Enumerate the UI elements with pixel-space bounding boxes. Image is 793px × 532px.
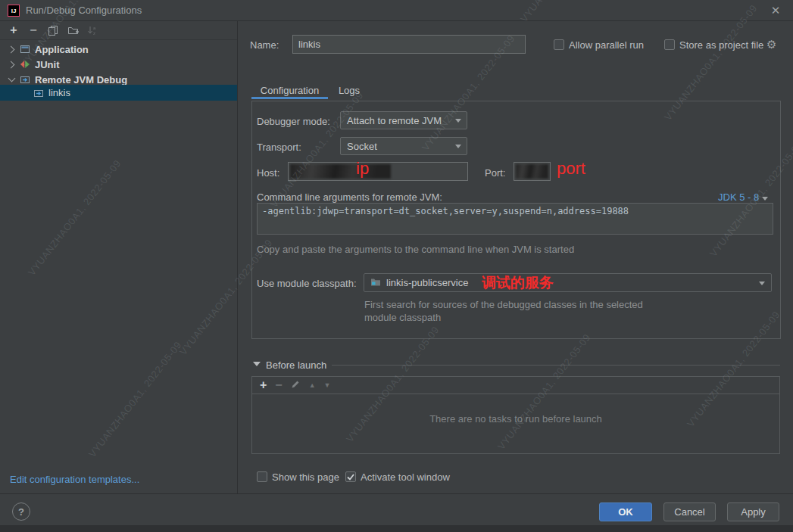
gear-icon[interactable]: ⚙ xyxy=(766,38,776,51)
before-launch-title[interactable]: Before launch xyxy=(266,359,326,371)
watermark-text: VYUANZHAO0A1, 2022-05-09 xyxy=(26,157,123,278)
remove-task-icon[interactable]: − xyxy=(275,378,282,392)
transport-label: Transport: xyxy=(257,142,301,153)
sidebar-item-application[interactable]: Application xyxy=(0,42,237,57)
classpath-hint-line2: module classpath xyxy=(364,312,441,323)
new-folder-icon[interactable] xyxy=(67,24,79,36)
dropdown-arrow-icon xyxy=(759,282,765,285)
activate-tool-window-label: Activate tool window xyxy=(361,471,450,483)
port-input[interactable] xyxy=(514,162,551,181)
dropdown-arrow-icon xyxy=(455,119,461,123)
show-this-page-checkbox[interactable]: Show this page xyxy=(257,471,339,483)
window-bottom-edge xyxy=(0,525,793,532)
port-label: Port: xyxy=(485,167,505,179)
application-icon xyxy=(20,44,30,54)
redacted-host-value xyxy=(290,164,391,179)
chevron-right-icon[interactable] xyxy=(8,61,15,68)
checkbox-checked-icon[interactable] xyxy=(345,471,356,482)
chevron-right-icon[interactable] xyxy=(8,45,15,53)
transport-value: Socket xyxy=(347,141,377,152)
chevron-down-icon[interactable] xyxy=(8,76,15,83)
sidebar-item-linkis-selected[interactable]: linkis xyxy=(0,85,237,101)
module-icon xyxy=(370,277,381,289)
module-classpath-label: Use module classpath: xyxy=(257,278,357,289)
remote-debug-icon xyxy=(20,74,30,85)
before-launch-toolbar: + − ▲ ▼ xyxy=(251,376,780,394)
section-rule xyxy=(332,365,780,366)
ok-button[interactable]: OK xyxy=(599,502,652,521)
active-tab-underline xyxy=(251,97,328,99)
debugger-mode-value: Attach to remote JVM xyxy=(347,115,442,126)
tab-logs[interactable]: Logs xyxy=(328,82,370,98)
sort-configurations-icon[interactable]: az xyxy=(86,24,98,36)
apply-button[interactable]: Apply xyxy=(727,502,779,521)
dialog-title: Run/Debug Configurations xyxy=(26,5,142,16)
tree-item-label: linkis xyxy=(48,87,70,98)
classpath-hint-line1: First search for sources of the debugged… xyxy=(364,299,643,310)
tree-item-label: Remote JVM Debug xyxy=(35,74,127,86)
redacted-port-value xyxy=(516,164,548,179)
ip-annotation: ip xyxy=(356,160,369,177)
add-task-icon[interactable]: + xyxy=(260,378,267,392)
cancel-button[interactable]: Cancel xyxy=(663,502,716,521)
add-configuration-icon[interactable]: + xyxy=(8,24,20,36)
run-debug-configurations-dialog: IJ Run/Debug Configurations ✕ + − az App… xyxy=(0,0,793,532)
cmdline-arguments-label: Command line arguments for remote JVM: xyxy=(257,191,442,203)
jdk-version-link[interactable]: JDK 5 - 8 xyxy=(718,191,768,203)
edit-configuration-templates-link[interactable]: Edit configuration templates... xyxy=(10,474,139,485)
allow-parallel-run-checkbox[interactable]: Allow parallel run xyxy=(554,39,644,51)
remote-debug-icon xyxy=(33,88,44,98)
host-label: Host: xyxy=(257,167,279,179)
edit-task-icon[interactable] xyxy=(291,379,301,391)
debug-service-annotation: 调试的服务 xyxy=(482,275,554,291)
checkbox-unchecked-icon[interactable] xyxy=(257,471,267,482)
svg-text:a: a xyxy=(93,26,96,30)
tree-item-label: JUnit xyxy=(35,59,60,70)
host-input[interactable] xyxy=(288,162,468,181)
transport-dropdown[interactable]: Socket xyxy=(340,137,467,155)
chevron-down-icon xyxy=(762,197,768,201)
title-bar: IJ Run/Debug Configurations ✕ xyxy=(0,0,793,21)
checkbox-unchecked-icon[interactable] xyxy=(554,39,564,50)
collapse-triangle-icon[interactable] xyxy=(253,362,261,366)
configurations-toolbar: + − az xyxy=(0,21,237,40)
jdk-version-label: JDK 5 - 8 xyxy=(718,191,759,203)
dropdown-arrow-icon xyxy=(455,145,461,148)
footer-divider xyxy=(0,493,793,494)
remove-configuration-icon[interactable]: − xyxy=(27,24,39,36)
cmdline-hint-text: Copy and paste the arguments to the comm… xyxy=(257,244,574,255)
cmdline-arguments-textarea[interactable]: -agentlib:jdwp=transport=dt_socket,serve… xyxy=(257,203,773,235)
name-input[interactable] xyxy=(292,35,526,54)
sidebar-item-junit[interactable]: JUnit xyxy=(0,57,237,72)
module-classpath-value: linkis-publicservice xyxy=(386,277,468,288)
sidebar-divider xyxy=(237,21,238,493)
allow-parallel-run-label: Allow parallel run xyxy=(569,39,644,51)
copy-configuration-icon[interactable] xyxy=(47,24,59,36)
port-annotation: port xyxy=(557,160,585,177)
activate-tool-window-checkbox[interactable]: Activate tool window xyxy=(345,471,450,483)
svg-text:z: z xyxy=(93,31,95,36)
junit-icon xyxy=(20,59,30,70)
before-launch-empty-text: There are no tasks to run before launch xyxy=(251,413,780,425)
tab-configuration[interactable]: Configuration xyxy=(251,82,328,98)
debugger-mode-dropdown[interactable]: Attach to remote JVM xyxy=(340,111,467,129)
close-icon[interactable]: ✕ xyxy=(762,2,789,20)
help-button[interactable]: ? xyxy=(12,502,30,521)
move-down-icon[interactable]: ▼ xyxy=(324,381,331,389)
checkbox-unchecked-icon[interactable] xyxy=(664,39,675,50)
intellij-logo-icon: IJ xyxy=(8,5,20,17)
tree-item-label: Application xyxy=(35,44,89,55)
store-as-project-file-label: Store as project file xyxy=(679,39,763,51)
store-as-project-file-checkbox[interactable]: Store as project file xyxy=(664,39,763,51)
show-this-page-label: Show this page xyxy=(272,471,339,483)
debugger-mode-label: Debugger mode: xyxy=(257,116,330,127)
move-up-icon[interactable]: ▲ xyxy=(309,381,316,389)
name-label: Name: xyxy=(250,39,279,51)
module-classpath-dropdown[interactable]: linkis-publicservice xyxy=(364,273,772,292)
watermark-text: VYUANZHAO0A1, 2022-05-09 xyxy=(86,339,184,459)
